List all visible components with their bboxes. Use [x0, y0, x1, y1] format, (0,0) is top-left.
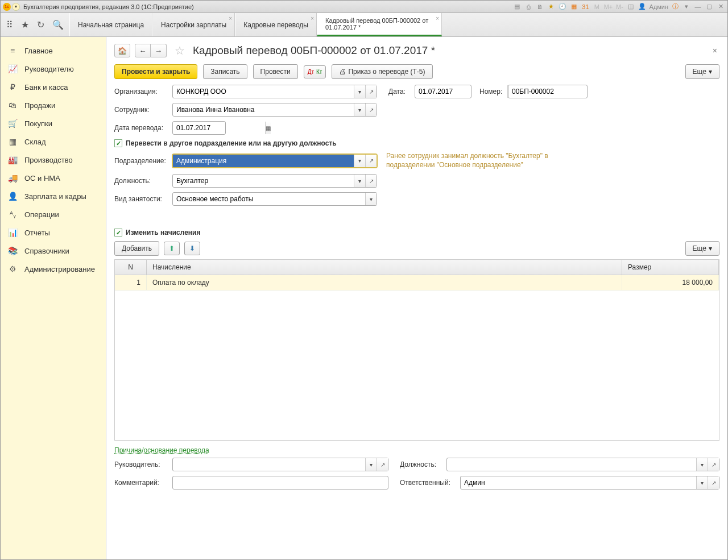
tab-close-icon[interactable]: ×: [311, 15, 314, 22]
manager-input[interactable]: [173, 458, 365, 471]
back-button[interactable]: ←: [135, 44, 151, 57]
mminus-button[interactable]: M-: [615, 2, 624, 11]
minimize-icon[interactable]: —: [693, 2, 702, 11]
sidebar-item-catalogs[interactable]: 📚Справочники: [1, 242, 106, 260]
responsible-input[interactable]: [461, 476, 696, 489]
tab-transfer-doc[interactable]: Кадровый перевод 00БП-000002 от 01.07.20…: [317, 13, 442, 36]
move-down-button[interactable]: ⬇: [184, 242, 200, 255]
app-logo-icon: 1c: [3, 3, 11, 11]
clock-icon[interactable]: 🕘: [558, 2, 567, 11]
dept-input[interactable]: Администрация: [173, 155, 354, 167]
add-button[interactable]: Добавить: [114, 241, 159, 256]
gear-icon: ⚙: [7, 264, 18, 273]
calendar-icon[interactable]: 31: [581, 2, 590, 11]
open-icon[interactable]: ↗: [365, 175, 377, 187]
dropdown-icon[interactable]: ▾: [354, 85, 365, 98]
sidebar-item-main[interactable]: ≡Главное: [1, 42, 106, 60]
maximize-icon[interactable]: ▢: [705, 2, 714, 11]
search-icon[interactable]: 🔍: [52, 19, 64, 30]
col-n[interactable]: N: [115, 260, 147, 275]
open-icon[interactable]: ↗: [365, 103, 377, 116]
sidebar-item-manager[interactable]: 📈Руководителю: [1, 60, 106, 78]
transfer-date-input[interactable]: [173, 122, 265, 134]
info-icon[interactable]: ⓘ: [671, 2, 680, 11]
more-button-2[interactable]: Еще ▾: [685, 241, 719, 256]
comment-input[interactable]: [173, 476, 388, 489]
sidebar-item-operations[interactable]: ᴬᵧОперации: [1, 205, 106, 223]
tab-close-icon[interactable]: ×: [436, 15, 439, 22]
table-row[interactable]: 1 Оплата по окладу 18 000,00: [115, 275, 719, 291]
favorite-icon[interactable]: ★: [547, 2, 556, 11]
open-icon[interactable]: ↗: [708, 458, 719, 471]
user-label[interactable]: Админ: [649, 2, 668, 11]
tab-close-icon[interactable]: ×: [229, 15, 232, 22]
sidebar-item-admin[interactable]: ⚙Администрирование: [1, 260, 106, 278]
open-icon[interactable]: ↗: [365, 155, 377, 167]
accruals-checkbox[interactable]: ✓: [114, 229, 122, 237]
number-input[interactable]: [508, 85, 601, 98]
calc-icon[interactable]: ▦: [569, 2, 578, 11]
app-menu-dropdown[interactable]: ▾: [12, 3, 20, 11]
open-icon[interactable]: ↗: [365, 85, 377, 98]
more-button[interactable]: Еще ▾: [685, 64, 719, 79]
panel-icon[interactable]: ◫: [626, 2, 635, 11]
dropdown-icon[interactable]: ▾: [696, 476, 708, 489]
sidebar-item-bank[interactable]: ₽Банк и касса: [1, 78, 106, 96]
bars-icon: 📊: [7, 228, 18, 237]
apps-icon[interactable]: ⠿: [6, 19, 13, 30]
history-icon[interactable]: ↻: [37, 19, 44, 30]
employment-input[interactable]: [173, 193, 365, 205]
sidebar-item-sales[interactable]: 🛍Продажи: [1, 96, 106, 114]
star-icon[interactable]: ★: [21, 19, 29, 30]
save-button[interactable]: Записать: [203, 64, 247, 79]
prev-position-info: Ранее сотрудник занимал должность "Бухга…: [386, 152, 568, 169]
open-icon[interactable]: ↗: [377, 458, 388, 471]
home-button[interactable]: 🏠: [114, 44, 130, 57]
post-and-close-button[interactable]: Провести и закрыть: [114, 64, 197, 79]
m-button[interactable]: M: [592, 2, 601, 11]
sidebar-item-warehouse[interactable]: ▦Склад: [1, 132, 106, 151]
tab-transfers[interactable]: Кадровые переводы×: [235, 13, 317, 36]
col-name[interactable]: Начисление: [147, 260, 622, 275]
tab-salary-settings[interactable]: Настройки зарплаты×: [152, 13, 235, 36]
forward-button[interactable]: →: [151, 44, 167, 57]
org-input[interactable]: [173, 85, 354, 98]
post-button[interactable]: Провести: [253, 64, 298, 79]
ops-icon: ᴬᵧ: [7, 210, 18, 219]
favorite-star-icon[interactable]: ☆: [175, 44, 185, 57]
position2-input[interactable]: [447, 458, 696, 471]
dropdown-icon[interactable]: ▾: [354, 155, 365, 167]
col-amount[interactable]: Размер: [622, 260, 719, 275]
doc-icon[interactable]: 🗎: [535, 2, 544, 11]
print-icon[interactable]: ⎙: [524, 2, 533, 11]
sidebar-item-reports[interactable]: 📊Отчеты: [1, 223, 106, 242]
employee-input[interactable]: [173, 103, 354, 116]
dropdown-icon[interactable]: ▾: [354, 175, 365, 187]
dropdown-icon[interactable]: ▾: [696, 458, 708, 471]
form: Организация: ▾ ↗ Дата: ▦ Номер: Сотрудни…: [106, 85, 727, 259]
dropdown-icon[interactable]: ▾: [365, 458, 377, 471]
position-input[interactable]: [173, 175, 354, 187]
calendar-icon[interactable]: ▦: [265, 122, 271, 134]
open-icon[interactable]: ↗: [708, 476, 719, 489]
close-icon[interactable]: ✕: [716, 2, 725, 11]
dropdown-icon[interactable]: ▾: [365, 193, 377, 205]
number-input-wrap: [508, 85, 588, 98]
mplus-button[interactable]: M+: [603, 2, 613, 11]
sidebar-item-hr[interactable]: 👤Зарплата и кадры: [1, 187, 106, 205]
sidebar-item-assets[interactable]: 🚚ОС и НМА: [1, 169, 106, 187]
close-doc-button[interactable]: ×: [710, 44, 719, 57]
print-order-button[interactable]: 🖨Приказ о переводе (Т-5): [332, 64, 432, 79]
dropdown-icon[interactable]: ▾: [682, 2, 691, 11]
sidebar-item-production[interactable]: 🏭Производство: [1, 151, 106, 169]
reason-link[interactable]: Причина/основание перевода: [114, 446, 719, 454]
dropdown-icon[interactable]: ▾: [354, 103, 365, 116]
tab-start[interactable]: Начальная страница: [69, 13, 152, 36]
tool-icon[interactable]: ▤: [512, 2, 522, 11]
position-label: Должность:: [114, 177, 169, 185]
sidebar-item-purchases[interactable]: 🛒Покупки: [1, 114, 106, 132]
transfer-checkbox[interactable]: ✓: [114, 139, 122, 147]
dept-label: Подразделение:: [114, 157, 169, 165]
move-up-button[interactable]: ⬆: [164, 242, 180, 255]
dtkt-button[interactable]: ДтКт: [304, 65, 326, 78]
